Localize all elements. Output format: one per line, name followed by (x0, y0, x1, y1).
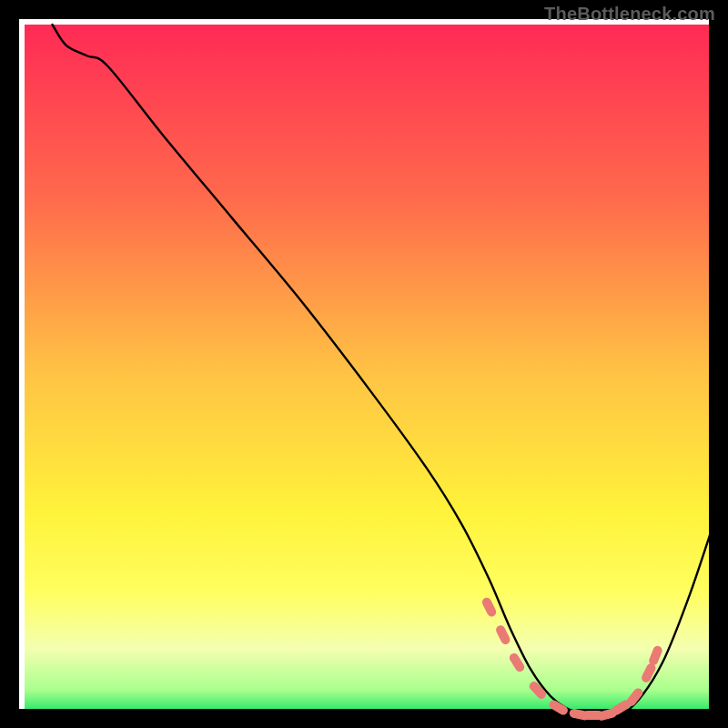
highlight-dot (514, 658, 520, 667)
highlight-dot (653, 651, 657, 661)
watermark-text: TheBottleneck.com (544, 4, 715, 25)
highlight-dot (574, 713, 585, 716)
bottleneck-chart (0, 0, 728, 728)
highlight-dot (500, 630, 505, 640)
highlight-dot (487, 602, 491, 612)
plot-background (25, 25, 718, 718)
highlight-dot (534, 686, 541, 694)
highlight-dot (602, 713, 612, 716)
chart-container: TheBottleneck.com (0, 0, 728, 728)
highlight-dot (616, 704, 625, 710)
highlight-dot (554, 705, 563, 711)
highlight-dot (632, 693, 638, 701)
highlight-dot (646, 668, 651, 678)
